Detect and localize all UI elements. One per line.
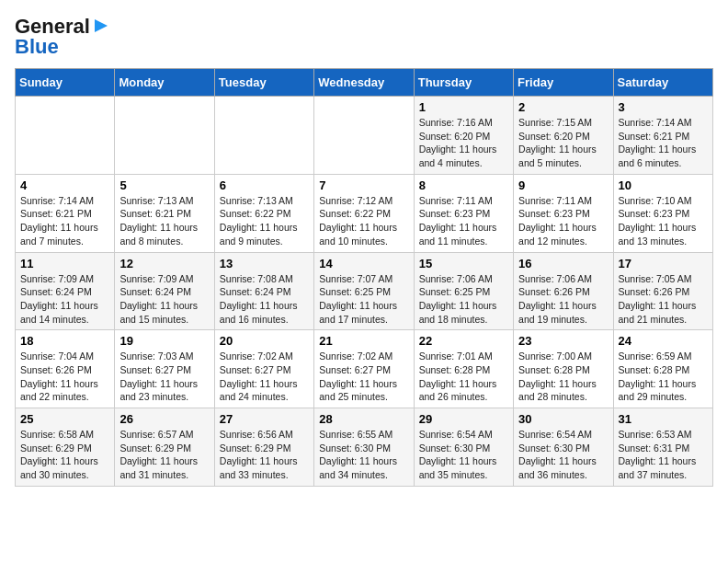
day-number: 24	[619, 334, 708, 348]
day-info: Sunrise: 7:09 AM Sunset: 6:24 PM Dayligh…	[119, 272, 209, 327]
calendar-cell: 3Sunrise: 7:14 AM Sunset: 6:21 PM Daylig…	[613, 97, 712, 175]
calendar-cell: 4Sunrise: 7:14 AM Sunset: 6:21 PM Daylig…	[16, 174, 115, 252]
page-header: General Blue	[15, 15, 713, 59]
day-info: Sunrise: 7:06 AM Sunset: 6:25 PM Dayligh…	[419, 272, 508, 327]
day-number: 26	[119, 412, 209, 426]
day-info: Sunrise: 6:53 AM Sunset: 6:31 PM Dayligh…	[619, 428, 708, 482]
day-number: 27	[220, 412, 309, 426]
day-info: Sunrise: 7:01 AM Sunset: 6:28 PM Dayligh…	[419, 350, 508, 404]
calendar-week-row: 11Sunrise: 7:09 AM Sunset: 6:24 PM Dayli…	[16, 252, 713, 330]
day-number: 19	[119, 334, 209, 348]
calendar-cell: 31Sunrise: 6:53 AM Sunset: 6:31 PM Dayli…	[613, 408, 712, 487]
calendar-cell: 18Sunrise: 7:04 AM Sunset: 6:26 PM Dayli…	[16, 330, 115, 408]
calendar-cell: 10Sunrise: 7:10 AM Sunset: 6:23 PM Dayli…	[613, 174, 712, 252]
day-number: 13	[220, 257, 309, 270]
day-number: 21	[319, 334, 408, 348]
calendar-cell: 7Sunrise: 7:12 AM Sunset: 6:22 PM Daylig…	[314, 174, 414, 252]
day-info: Sunrise: 7:15 AM Sunset: 6:20 PM Dayligh…	[518, 116, 608, 170]
calendar-week-row: 4Sunrise: 7:14 AM Sunset: 6:21 PM Daylig…	[16, 174, 713, 252]
day-number: 8	[419, 178, 508, 192]
day-info: Sunrise: 7:10 AM Sunset: 6:23 PM Dayligh…	[619, 194, 708, 248]
calendar-cell: 20Sunrise: 7:02 AM Sunset: 6:27 PM Dayli…	[214, 330, 313, 408]
day-info: Sunrise: 6:55 AM Sunset: 6:30 PM Dayligh…	[319, 428, 408, 482]
day-number: 22	[419, 334, 508, 348]
day-number: 29	[419, 412, 508, 426]
calendar-week-row: 18Sunrise: 7:04 AM Sunset: 6:26 PM Dayli…	[16, 330, 713, 408]
day-number: 4	[20, 178, 109, 192]
svg-marker-0	[95, 19, 108, 32]
weekday-header-saturday: Saturday	[613, 69, 712, 97]
day-info: Sunrise: 6:59 AM Sunset: 6:28 PM Dayligh…	[619, 350, 708, 404]
day-info: Sunrise: 7:09 AM Sunset: 6:24 PM Dayligh…	[20, 272, 109, 327]
day-info: Sunrise: 6:54 AM Sunset: 6:30 PM Dayligh…	[419, 428, 508, 482]
calendar-cell: 29Sunrise: 6:54 AM Sunset: 6:30 PM Dayli…	[414, 408, 513, 487]
day-number: 6	[220, 178, 309, 192]
day-number: 20	[220, 334, 309, 348]
day-info: Sunrise: 7:08 AM Sunset: 6:24 PM Dayligh…	[220, 272, 309, 327]
day-info: Sunrise: 7:11 AM Sunset: 6:23 PM Dayligh…	[419, 194, 508, 248]
day-number: 10	[619, 178, 708, 192]
weekday-header-friday: Friday	[514, 69, 613, 97]
day-info: Sunrise: 7:05 AM Sunset: 6:26 PM Dayligh…	[619, 272, 708, 327]
day-number: 5	[119, 178, 209, 192]
calendar-cell: 5Sunrise: 7:13 AM Sunset: 6:21 PM Daylig…	[115, 174, 214, 252]
day-info: Sunrise: 7:07 AM Sunset: 6:25 PM Dayligh…	[319, 272, 408, 327]
day-number: 25	[20, 412, 109, 426]
day-number: 30	[518, 412, 608, 426]
calendar-cell	[314, 97, 414, 175]
day-info: Sunrise: 6:58 AM Sunset: 6:29 PM Dayligh…	[20, 428, 109, 482]
calendar-cell: 8Sunrise: 7:11 AM Sunset: 6:23 PM Daylig…	[414, 174, 513, 252]
day-info: Sunrise: 7:03 AM Sunset: 6:27 PM Dayligh…	[119, 350, 209, 404]
day-info: Sunrise: 7:13 AM Sunset: 6:22 PM Dayligh…	[220, 194, 309, 248]
day-info: Sunrise: 7:14 AM Sunset: 6:21 PM Dayligh…	[619, 116, 708, 170]
day-number: 2	[518, 100, 608, 114]
calendar-week-row: 25Sunrise: 6:58 AM Sunset: 6:29 PM Dayli…	[16, 408, 713, 487]
day-number: 12	[119, 257, 209, 270]
logo-blue: Blue	[15, 35, 59, 59]
calendar-cell	[115, 97, 214, 175]
day-info: Sunrise: 7:06 AM Sunset: 6:26 PM Dayligh…	[518, 272, 608, 327]
calendar-cell: 22Sunrise: 7:01 AM Sunset: 6:28 PM Dayli…	[414, 330, 513, 408]
weekday-header-wednesday: Wednesday	[314, 69, 414, 97]
day-number: 16	[518, 257, 608, 270]
calendar-cell	[214, 97, 313, 175]
calendar-cell: 17Sunrise: 7:05 AM Sunset: 6:26 PM Dayli…	[613, 252, 712, 330]
day-number: 14	[319, 257, 408, 270]
calendar-cell: 25Sunrise: 6:58 AM Sunset: 6:29 PM Dayli…	[16, 408, 115, 487]
day-number: 18	[20, 334, 109, 348]
day-number: 31	[619, 412, 708, 426]
day-number: 28	[319, 412, 408, 426]
calendar-cell: 28Sunrise: 6:55 AM Sunset: 6:30 PM Dayli…	[314, 408, 414, 487]
day-info: Sunrise: 7:16 AM Sunset: 6:20 PM Dayligh…	[419, 116, 508, 170]
day-info: Sunrise: 7:04 AM Sunset: 6:26 PM Dayligh…	[20, 350, 109, 404]
calendar-body: 1Sunrise: 7:16 AM Sunset: 6:20 PM Daylig…	[16, 97, 713, 487]
calendar-cell: 23Sunrise: 7:00 AM Sunset: 6:28 PM Dayli…	[514, 330, 613, 408]
calendar-table: SundayMondayTuesdayWednesdayThursdayFrid…	[15, 68, 713, 487]
calendar-cell: 16Sunrise: 7:06 AM Sunset: 6:26 PM Dayli…	[514, 252, 613, 330]
calendar-cell: 24Sunrise: 6:59 AM Sunset: 6:28 PM Dayli…	[613, 330, 712, 408]
calendar-cell: 14Sunrise: 7:07 AM Sunset: 6:25 PM Dayli…	[314, 252, 414, 330]
calendar-cell: 15Sunrise: 7:06 AM Sunset: 6:25 PM Dayli…	[414, 252, 513, 330]
weekday-header-thursday: Thursday	[414, 69, 513, 97]
calendar-cell: 21Sunrise: 7:02 AM Sunset: 6:27 PM Dayli…	[314, 330, 414, 408]
calendar-cell: 6Sunrise: 7:13 AM Sunset: 6:22 PM Daylig…	[214, 174, 313, 252]
calendar-cell: 2Sunrise: 7:15 AM Sunset: 6:20 PM Daylig…	[514, 97, 613, 175]
day-number: 7	[319, 178, 408, 192]
calendar-cell: 27Sunrise: 6:56 AM Sunset: 6:29 PM Dayli…	[214, 408, 313, 487]
day-number: 9	[518, 178, 608, 192]
calendar-cell: 13Sunrise: 7:08 AM Sunset: 6:24 PM Dayli…	[214, 252, 313, 330]
day-info: Sunrise: 7:00 AM Sunset: 6:28 PM Dayligh…	[518, 350, 608, 404]
day-info: Sunrise: 7:12 AM Sunset: 6:22 PM Dayligh…	[319, 194, 408, 248]
day-number: 3	[619, 100, 708, 114]
calendar-cell	[16, 97, 115, 175]
calendar-cell: 12Sunrise: 7:09 AM Sunset: 6:24 PM Dayli…	[115, 252, 214, 330]
day-info: Sunrise: 7:02 AM Sunset: 6:27 PM Dayligh…	[319, 350, 408, 404]
day-info: Sunrise: 7:13 AM Sunset: 6:21 PM Dayligh…	[119, 194, 209, 248]
calendar-cell: 30Sunrise: 6:54 AM Sunset: 6:30 PM Dayli…	[514, 408, 613, 487]
weekday-header-monday: Monday	[115, 69, 214, 97]
calendar-cell: 19Sunrise: 7:03 AM Sunset: 6:27 PM Dayli…	[115, 330, 214, 408]
logo-arrow-icon	[91, 16, 111, 36]
day-info: Sunrise: 6:54 AM Sunset: 6:30 PM Dayligh…	[518, 428, 608, 482]
day-info: Sunrise: 6:57 AM Sunset: 6:29 PM Dayligh…	[119, 428, 209, 482]
day-number: 15	[419, 257, 508, 270]
